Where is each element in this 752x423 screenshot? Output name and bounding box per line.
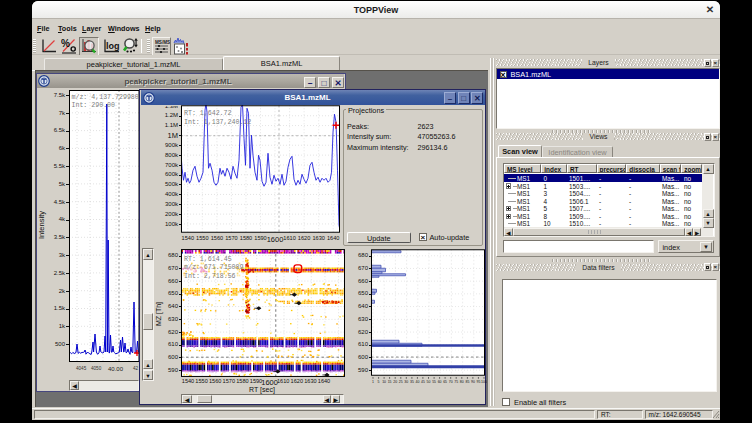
svg-text:95: 95 [476,379,480,383]
svg-text:5: 5 [377,379,379,383]
svg-text:100: 100 [481,379,487,383]
svg-text:55: 55 [432,379,436,383]
svg-text:m/z: 4,137.729980-: m/z: 4,137.729980- [72,94,140,101]
svg-text:1: 1 [372,379,374,383]
svg-text:4050: 4050 [91,366,102,371]
svg-text:Int: 2,718.56: Int: 2,718.56 [184,272,236,280]
svg-text:65: 65 [443,379,447,383]
svg-text:40: 40 [415,379,419,383]
svg-text:42: 42 [133,366,139,371]
svg-text:%: % [61,38,70,49]
svg-text:MS/MS: MS/MS [155,39,170,44]
svg-text:Int: 290.00: Int: 290.00 [72,102,116,109]
svg-text:15: 15 [387,379,391,383]
svg-text:85: 85 [465,379,469,383]
svg-text:40.00: 40.00 [108,366,124,372]
svg-text:Int: 1,137,240.12: Int: 1,137,240.12 [184,119,251,126]
svg-text:70: 70 [448,379,452,383]
svg-text:60: 60 [437,379,441,383]
svg-text:45: 45 [420,379,424,383]
svg-text:log: log [106,41,120,51]
svg-text:75: 75 [454,379,458,383]
svg-text:RT: 1,614.45: RT: 1,614.45 [184,255,232,263]
svg-text:m/z: 671.715089: m/z: 671.715089 [184,263,244,271]
svg-text:RT: 1,642.72: RT: 1,642.72 [184,110,232,117]
svg-text:50: 50 [426,379,430,383]
svg-text:80: 80 [459,379,463,383]
svg-text:90: 90 [470,379,474,383]
svg-text:20: 20 [393,379,397,383]
svg-text:4045: 4045 [76,366,87,371]
svg-text:35: 35 [409,379,413,383]
svg-text:30: 30 [404,379,408,383]
svg-text:25: 25 [398,379,402,383]
svg-text:10: 10 [382,379,386,383]
